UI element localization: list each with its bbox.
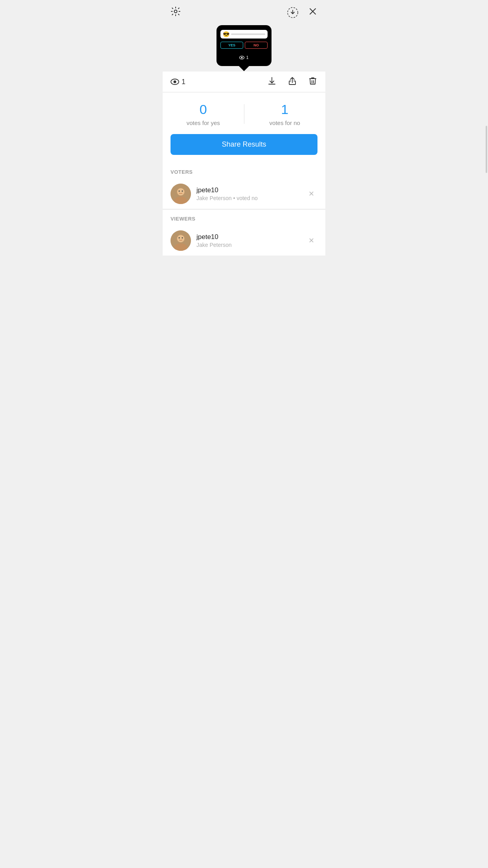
voter-row: jpete10 Jake Peterson • voted no ✕ [163, 179, 325, 209]
viewer-subtext: Jake Peterson [196, 242, 305, 248]
download-icon[interactable] [267, 76, 277, 87]
svg-point-3 [241, 57, 243, 58]
emoji-bar-line [231, 33, 265, 35]
svg-point-17 [182, 237, 183, 239]
share-results-button[interactable]: Share Results [171, 134, 317, 155]
no-label: votes for no [270, 120, 300, 126]
poll-emoji: 😎 [223, 31, 229, 37]
gear-icon[interactable] [171, 6, 181, 19]
card-arrow [238, 66, 250, 71]
svg-point-15 [177, 235, 184, 242]
share-icon[interactable] [288, 76, 297, 87]
svg-point-5 [174, 81, 176, 83]
svg-point-9 [177, 188, 184, 195]
top-bar-right-icons [287, 7, 317, 18]
content-area: 0 votes for yes 1 votes for no Share Res… [163, 92, 325, 256]
poll-card-emoji-bar: 😎 [220, 30, 268, 39]
poll-card-preview: 😎 YES NO 1 [216, 25, 272, 66]
svg-point-11 [182, 191, 183, 192]
preview-area: 😎 YES NO 1 [163, 25, 325, 72]
circular-download-icon[interactable] [287, 7, 299, 18]
viewer-row: jpete10 Jake Peterson ✕ [163, 226, 325, 256]
svg-point-16 [179, 237, 180, 239]
yes-count: 0 [200, 102, 207, 117]
trash-icon[interactable] [308, 76, 317, 87]
stats-bar: 1 [163, 72, 325, 92]
viewer-info: jpete10 Jake Peterson [196, 233, 305, 248]
svg-point-10 [179, 191, 180, 192]
vote-counts: 0 votes for yes 1 votes for no [163, 92, 325, 134]
stats-eye-count: 1 [171, 78, 185, 86]
yes-vote-col: 0 votes for yes [163, 102, 244, 126]
voter-subtext: Jake Peterson • voted no [196, 195, 305, 201]
poll-card-buttons: YES NO [220, 42, 268, 49]
voter-username: jpete10 [196, 186, 305, 194]
no-button-preview: NO [245, 42, 268, 49]
share-button-wrapper: Share Results [163, 134, 325, 163]
no-count: 1 [281, 102, 288, 117]
viewer-remove-button[interactable]: ✕ [305, 235, 317, 246]
voter-info: jpete10 Jake Peterson • voted no [196, 186, 305, 201]
yes-button-preview: YES [220, 42, 243, 49]
yes-label: votes for yes [187, 120, 220, 126]
viewer-avatar [171, 230, 191, 251]
close-icon[interactable] [308, 7, 317, 18]
eye-count-label: 1 [182, 78, 185, 86]
svg-point-0 [174, 10, 177, 13]
viewer-username: jpete10 [196, 233, 305, 241]
top-bar [163, 0, 325, 25]
stats-action-icons [267, 76, 317, 87]
no-vote-col: 1 votes for no [244, 102, 326, 126]
voters-section-title: VOTERS [163, 163, 325, 179]
viewers-section-title: VIEWERS [163, 210, 325, 226]
voter-remove-button[interactable]: ✕ [305, 188, 317, 200]
voter-avatar [171, 184, 191, 204]
poll-card-viewer-count: 1 [239, 55, 248, 60]
